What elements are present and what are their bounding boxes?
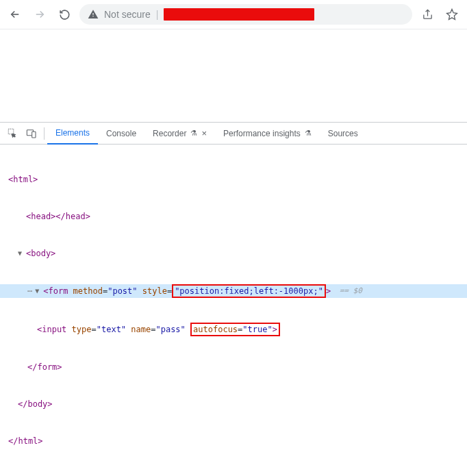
tab-recorder[interactable]: Recorder ⚗ × — [144, 123, 215, 144]
tab-sources[interactable]: Sources — [320, 123, 366, 144]
svg-rect-2 — [32, 131, 36, 138]
dom-node[interactable]: ▼<body> — [0, 247, 467, 260]
share-button[interactable] — [418, 5, 437, 24]
dom-node[interactable]: </body> — [0, 398, 467, 410]
reload-button[interactable] — [55, 5, 74, 24]
tab-label: Recorder — [153, 129, 186, 138]
arrow-right-icon — [34, 8, 46, 21]
disclosure-icon[interactable]: ▼ — [18, 247, 25, 260]
flask-icon: ⚗ — [190, 129, 197, 138]
device-toggle-button[interactable] — [22, 125, 41, 142]
back-button[interactable] — [5, 5, 25, 24]
close-icon[interactable]: × — [201, 128, 207, 138]
disclosure-icon[interactable]: ▼ — [35, 285, 42, 297]
address-bar[interactable]: Not secure | — [79, 4, 412, 25]
tab-performance-insights[interactable]: Performance insights ⚗ — [215, 123, 320, 144]
page-content — [0, 29, 467, 122]
highlight-box: "position:fixed;left:-1000px;" — [172, 284, 326, 298]
dom-node-selected[interactable]: ⋯▼<form method="post" style="position:fi… — [0, 284, 467, 298]
tab-label: Sources — [328, 129, 358, 138]
tab-label: Elements — [55, 128, 90, 138]
arrow-left-icon — [9, 8, 21, 21]
divider — [44, 127, 45, 140]
browser-toolbar: Not secure | — [0, 0, 467, 29]
star-icon — [446, 8, 458, 21]
forward-button[interactable] — [30, 5, 49, 24]
highlight-box: autofocus="true"> — [190, 323, 280, 336]
separator: | — [156, 9, 159, 20]
device-icon — [26, 128, 37, 139]
ellipsis-icon[interactable]: ⋯ — [27, 285, 32, 297]
warning-icon — [88, 9, 99, 20]
inspect-icon — [8, 128, 18, 138]
dom-tree[interactable]: <html> <head></head> ▼<body> ⋯▼<form met… — [0, 145, 467, 476]
devtools-panel: Elements Console Recorder ⚗ × Performanc… — [0, 122, 467, 476]
reload-icon — [59, 9, 71, 21]
url-redacted — [164, 8, 314, 21]
tab-label: Performance insights — [223, 129, 301, 138]
dom-node[interactable]: <head></head> — [0, 210, 467, 223]
dom-node[interactable]: <html> — [0, 173, 467, 186]
dom-node[interactable]: <input type="text" name="pass" autofocus… — [0, 323, 467, 336]
tab-console[interactable]: Console — [98, 123, 144, 144]
dom-node[interactable]: </html> — [0, 435, 467, 447]
bookmark-button[interactable] — [442, 5, 462, 24]
dom-node[interactable]: </form> — [0, 361, 467, 373]
security-status: Not secure — [104, 9, 151, 20]
tab-elements[interactable]: Elements — [47, 123, 98, 145]
flask-icon: ⚗ — [305, 129, 312, 138]
selected-indicator: == $0 — [335, 285, 362, 297]
devtools-tabs: Elements Console Recorder ⚗ × Performanc… — [0, 123, 467, 145]
tab-label: Console — [106, 129, 136, 138]
share-icon — [422, 9, 433, 21]
inspect-button[interactable] — [3, 125, 22, 142]
